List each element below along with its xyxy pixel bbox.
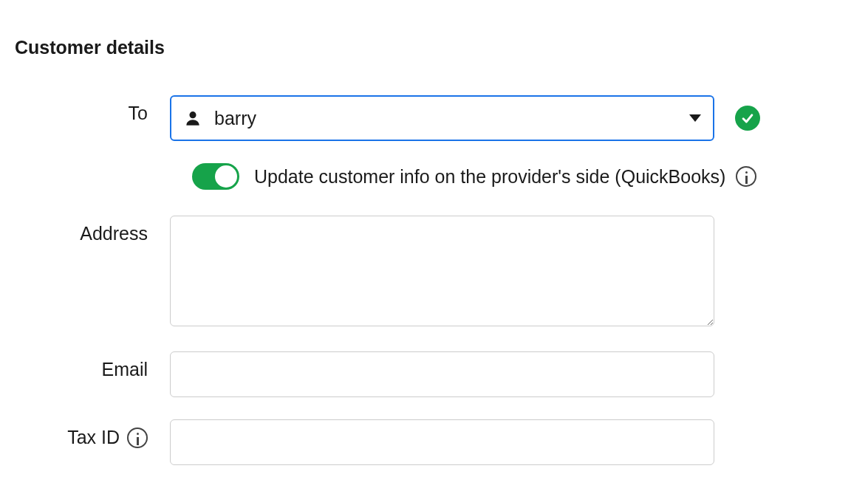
taxid-label: Tax ID (15, 419, 170, 448)
section-title: Customer details (15, 37, 853, 58)
chevron-down-icon (689, 114, 701, 122)
address-label-text: Address (80, 223, 148, 244)
update-toggle-row: Update customer info on the provider's s… (15, 163, 853, 190)
check-icon (735, 106, 760, 131)
svg-point-0 (189, 111, 196, 118)
taxid-row: Tax ID (15, 419, 853, 465)
info-icon[interactable] (127, 428, 148, 448)
address-input[interactable] (170, 216, 714, 326)
taxid-label-text: Tax ID (67, 427, 120, 448)
to-label-text: To (129, 103, 148, 124)
to-row: To barry (15, 95, 853, 141)
update-provider-toggle[interactable] (192, 163, 239, 190)
update-toggle-label: Update customer info on the provider's s… (254, 166, 725, 188)
email-row: Email (15, 351, 853, 397)
info-icon[interactable] (736, 166, 756, 187)
address-row: Address (15, 216, 853, 329)
taxid-input[interactable] (170, 419, 714, 465)
address-label: Address (15, 216, 170, 244)
customer-name: barry (214, 108, 689, 129)
customer-select[interactable]: barry (170, 95, 714, 141)
email-input[interactable] (170, 351, 714, 397)
person-icon (183, 109, 202, 128)
email-label-text: Email (101, 359, 148, 380)
email-label: Email (15, 351, 170, 380)
to-label: To (15, 95, 170, 124)
